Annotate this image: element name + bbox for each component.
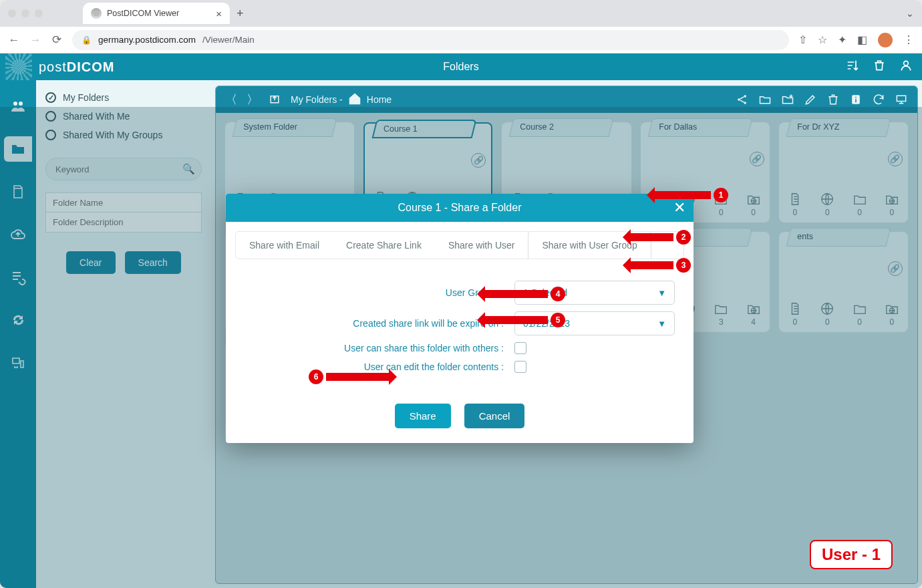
modal-tabs: Share with EmailCreate Share LinkShare w… xyxy=(235,231,684,259)
brand-pre: post xyxy=(39,59,67,74)
nav-back-icon[interactable]: ← xyxy=(8,33,20,47)
check-icon: ✓ xyxy=(45,92,56,103)
select-value: 1 Selected xyxy=(523,287,567,298)
svg-rect-5 xyxy=(855,99,857,102)
content-back-icon[interactable]: 〈 xyxy=(225,92,237,108)
breadcrumb-home[interactable]: Home xyxy=(367,94,392,105)
lock-icon: 🔒 xyxy=(82,35,92,45)
share-icon[interactable] xyxy=(736,93,749,106)
svg-point-0 xyxy=(738,98,740,101)
modal-tab[interactable]: Share with User xyxy=(435,232,528,259)
edit-icon[interactable] xyxy=(804,93,817,106)
modal-header: Course 1 - Share a Folder ✕ xyxy=(226,194,694,222)
address-bar[interactable]: 🔒 germany.postdicom.com/Viewer/Main xyxy=(72,30,789,50)
sidepanel-icon[interactable]: ◧ xyxy=(857,33,867,46)
open-folder-icon[interactable] xyxy=(758,93,772,106)
browser-tab[interactable]: PostDICOM Viewer × xyxy=(83,3,230,24)
modal-tab[interactable]: Share with Email xyxy=(236,232,333,259)
modal-close-icon[interactable]: ✕ xyxy=(673,199,685,216)
tab-title: PostDICOM Viewer xyxy=(107,9,179,18)
svg-point-1 xyxy=(744,95,746,98)
page-title: Folders xyxy=(443,61,478,73)
user-groups-label: User Groups : xyxy=(245,287,514,298)
trash-icon[interactable] xyxy=(873,59,886,76)
home-icon xyxy=(348,92,361,108)
user-groups-select[interactable]: 1 Selected▼ xyxy=(514,281,675,305)
breadcrumb-root[interactable]: My Folders - xyxy=(291,94,343,105)
radio-my-folders[interactable]: ✓My Folders xyxy=(45,92,202,103)
bookmark-icon[interactable]: ☆ xyxy=(818,33,827,46)
select-value: 01/22/2023 xyxy=(523,318,570,329)
url-path: /Viewer/Main xyxy=(202,35,255,45)
nav-reload-icon[interactable]: ⟳ xyxy=(51,33,63,47)
url-host: germany.postdicom.com xyxy=(98,35,196,45)
can-edit-checkbox[interactable] xyxy=(514,361,526,373)
expire-label: Created share link will be expire on : xyxy=(245,318,514,329)
nav-forward-icon: → xyxy=(29,33,41,47)
expire-date-select[interactable]: 01/22/2023▼ xyxy=(514,311,675,335)
close-tab-icon[interactable]: × xyxy=(216,8,222,19)
brand-logo-icon xyxy=(5,53,32,80)
present-icon[interactable] xyxy=(895,93,908,106)
delete-icon[interactable] xyxy=(826,93,840,106)
new-tab-button[interactable]: + xyxy=(237,7,244,21)
modal-title: Course 1 - Share a Folder xyxy=(398,202,522,214)
brand[interactable]: postDICOM xyxy=(9,57,114,76)
chevron-down-icon: ▼ xyxy=(657,319,666,329)
content-forward-icon[interactable]: 〉 xyxy=(247,92,259,108)
can-share-checkbox[interactable] xyxy=(514,342,526,354)
can-share-label: User can share this folder with others : xyxy=(245,343,514,353)
user-icon[interactable] xyxy=(899,59,913,76)
svg-rect-4 xyxy=(855,97,857,98)
user-badge: User - 1 xyxy=(810,540,893,569)
cancel-button[interactable]: Cancel xyxy=(464,404,525,428)
chevron-down-icon: ▼ xyxy=(657,288,666,298)
can-edit-label: User can edit the folder contents : xyxy=(245,361,514,372)
modal-tab[interactable]: Create Share Link xyxy=(333,232,435,259)
share-button[interactable]: Share xyxy=(395,404,451,428)
info-icon[interactable] xyxy=(849,93,863,106)
refresh-icon[interactable] xyxy=(872,93,885,106)
share-page-icon[interactable]: ⇧ xyxy=(798,33,807,46)
profile-avatar[interactable] xyxy=(878,33,893,47)
app-topbar: postDICOM Folders xyxy=(0,53,922,80)
favicon-icon xyxy=(91,8,102,19)
new-folder-icon[interactable] xyxy=(781,93,794,106)
browser-toolbar: ← → ⟳ 🔒 germany.postdicom.com/Viewer/Mai… xyxy=(0,27,922,53)
window-controls[interactable] xyxy=(8,9,43,17)
brand-bold: DICOM xyxy=(67,59,115,74)
browser-titlebar: PostDICOM Viewer × + ⌄ xyxy=(0,0,922,27)
svg-point-2 xyxy=(744,102,746,104)
share-folder-modal: Course 1 - Share a Folder ✕ Share with E… xyxy=(226,194,694,443)
sort-icon[interactable] xyxy=(846,59,859,76)
radio-label: My Folders xyxy=(63,92,109,103)
browser-menu-icon[interactable]: ⋮ xyxy=(903,33,914,46)
tabs-expand-icon[interactable]: ⌄ xyxy=(906,8,914,19)
up-level-icon[interactable] xyxy=(268,92,281,108)
modal-tab[interactable]: Share with User Group xyxy=(528,231,651,259)
extensions-icon[interactable]: ✦ xyxy=(838,33,847,46)
